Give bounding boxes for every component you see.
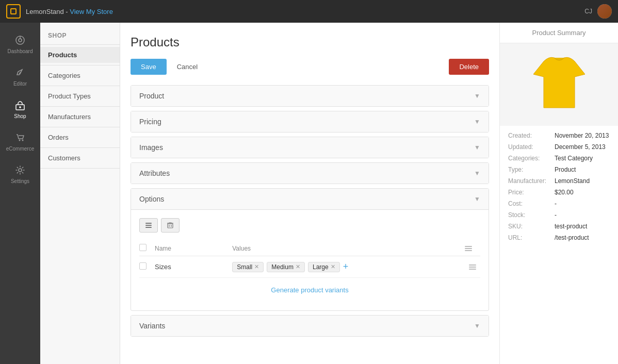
stock-value: -	[555, 211, 557, 219]
meta-url: URL: /test-product	[508, 234, 610, 241]
options-list-btn[interactable]	[139, 218, 158, 233]
header-check	[139, 244, 155, 253]
updated-label: Updated:	[508, 143, 555, 151]
row-values: Small ✕ Medium ✕ Large ✕	[232, 261, 465, 272]
tag-medium-remove[interactable]: ✕	[296, 264, 300, 270]
avatar[interactable]	[597, 4, 612, 19]
price-value: $20.00	[555, 189, 574, 196]
sidebar-item-orders[interactable]: Orders	[40, 129, 120, 145]
meta-stock: Stock: -	[508, 211, 610, 219]
sidebar-divider-1	[40, 44, 120, 45]
accordion-images-header[interactable]: Images ▼	[131, 137, 489, 158]
accordion-pricing-chevron: ▼	[474, 118, 480, 125]
meta-manufacturer: Manufacturer: LemonStand	[508, 177, 610, 185]
editor-icon	[14, 67, 26, 79]
accordion-pricing-title: Pricing	[139, 118, 161, 126]
select-all-checkbox[interactable]	[139, 244, 147, 251]
sidebar-item-customers[interactable]: Customers	[40, 150, 120, 166]
options-toolbar	[139, 218, 480, 233]
options-table: Name Values	[139, 241, 480, 278]
tag-add-button[interactable]: +	[343, 261, 349, 272]
accordion-options-chevron: ▼	[474, 195, 480, 203]
topbar-title: LemonStand - View My Store	[26, 8, 113, 15]
sidebar-item-ecommerce[interactable]: eCommerce	[0, 125, 40, 158]
save-button[interactable]: Save	[131, 59, 167, 75]
svg-rect-12	[145, 227, 152, 228]
row-check	[139, 262, 155, 271]
shop-label: Shop	[14, 113, 26, 119]
row-name: Sizes	[155, 263, 232, 271]
categories-label: Categories:	[508, 155, 555, 162]
tag-small-remove[interactable]: ✕	[254, 264, 259, 270]
page-title: Products	[131, 35, 489, 49]
generate-variants-link[interactable]: Generate product variants	[139, 278, 480, 302]
dashboard-label: Dashboard	[8, 48, 33, 54]
tag-medium-label: Medium	[271, 263, 294, 271]
svg-point-9	[19, 169, 22, 172]
accordion-images-title: Images	[139, 143, 163, 152]
header-actions	[465, 246, 480, 251]
updated-value: December 5, 2013	[555, 143, 606, 151]
svg-point-8	[22, 140, 24, 141]
list-icon	[145, 222, 152, 229]
view-store-link[interactable]: View My Store	[70, 8, 113, 15]
topbar-right: CJ	[584, 4, 612, 19]
tag-small: Small ✕	[232, 262, 264, 272]
row-actions[interactable]	[465, 264, 480, 270]
sidebar-item-shop[interactable]: Shop	[0, 93, 40, 125]
meta-categories: Categories: Test Category	[508, 155, 610, 162]
tag-small-label: Small	[237, 263, 252, 271]
tag-large: Large ✕	[308, 262, 340, 272]
sidebar-item-dashboard[interactable]: Dashboard	[0, 28, 40, 60]
accordion-pricing-header[interactable]: Pricing ▼	[131, 111, 489, 132]
sidebar-section-label: Shop	[40, 28, 120, 42]
sidebar-divider-5	[40, 127, 120, 127]
accordion-product-title: Product	[139, 92, 164, 100]
logo[interactable]	[6, 4, 21, 19]
meta-updated: Updated: December 5, 2013	[508, 143, 610, 151]
tag-medium: Medium ✕	[267, 262, 305, 272]
sidebar-divider-2	[40, 65, 120, 65]
meta-price: Price: $20.00	[508, 189, 610, 196]
sku-value: test-product	[555, 223, 587, 230]
accordion-pricing: Pricing ▼	[131, 111, 489, 133]
manufacturer-label: Manufacturer:	[508, 177, 555, 185]
url-label: URL:	[508, 234, 555, 241]
accordion-options-body: Name Values	[131, 209, 489, 310]
tag-large-remove[interactable]: ✕	[331, 264, 335, 270]
type-value: Product	[555, 166, 576, 173]
settings-icon	[14, 164, 26, 176]
product-image-container	[500, 43, 618, 126]
svg-rect-13	[168, 224, 173, 228]
sidebar-item-manufacturers[interactable]: Manufacturers	[40, 109, 120, 125]
avatar-image	[597, 4, 612, 19]
table-row: Sizes Small ✕ Medium ✕	[139, 256, 480, 278]
options-delete-btn[interactable]	[161, 218, 180, 233]
settings-label: Settings	[11, 178, 29, 184]
accordion-options: Options ▼	[131, 188, 489, 311]
topbar: LemonStand - View My Store CJ	[0, 0, 618, 23]
row-checkbox[interactable]	[139, 262, 147, 270]
sidebar-divider-7	[40, 168, 120, 169]
accordion-variants-header[interactable]: Variants ▼	[131, 316, 489, 336]
sidebar-item-products[interactable]: Products	[40, 47, 120, 63]
svg-point-7	[19, 140, 21, 141]
accordion-product-header[interactable]: Product ▼	[131, 86, 489, 106]
accordion-options-title: Options	[139, 195, 164, 203]
accordion-options-header[interactable]: Options ▼	[131, 189, 489, 209]
sidebar-divider-6	[40, 147, 120, 148]
svg-rect-11	[145, 225, 152, 226]
sidebar-item-categories[interactable]: Categories	[40, 68, 120, 84]
sidebar-item-settings[interactable]: Settings	[0, 158, 40, 190]
sidebar-item-editor[interactable]: Editor	[0, 60, 40, 93]
ecommerce-icon	[14, 131, 26, 144]
accordion-attributes-chevron: ▼	[474, 170, 480, 177]
cost-label: Cost:	[508, 200, 555, 207]
sidebar-item-product-types[interactable]: Product Types	[40, 88, 120, 104]
cancel-button[interactable]: Cancel	[171, 59, 204, 75]
manufacturer-value: LemonStand	[555, 177, 590, 185]
delete-button[interactable]: Delete	[449, 59, 489, 75]
accordion-product: Product ▼	[131, 85, 489, 107]
accordion-attributes-header[interactable]: Attributes ▼	[131, 163, 489, 184]
url-value: /test-product	[555, 234, 589, 241]
